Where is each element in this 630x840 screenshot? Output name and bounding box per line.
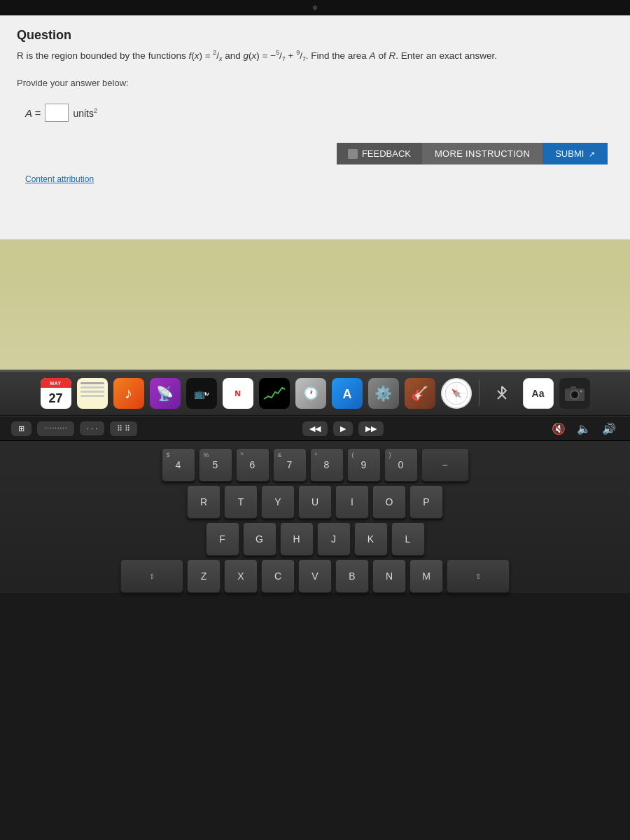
touchbar-forward-btn[interactable]: ▶▶ <box>358 421 384 436</box>
answer-row: A = units2 <box>25 104 613 122</box>
key-shift-right[interactable]: ⇧ <box>447 559 510 593</box>
svg-rect-10 <box>570 386 576 389</box>
camera-icon <box>559 378 590 409</box>
keyboard: $ 4 % 5 ^ 6 & 7 * 8 ( 9 ) 0 − <box>0 441 630 593</box>
key-y[interactable]: Y <box>261 485 295 519</box>
key-8[interactable]: * 8 <box>310 448 344 482</box>
dock-item-stocks[interactable] <box>258 377 291 410</box>
podcast-icon: 📡 <box>150 378 181 409</box>
touchbar-rewind-btn[interactable]: ◀◀ <box>302 421 328 436</box>
bluetooth-icon <box>486 378 517 409</box>
svg-text:A: A <box>342 387 351 401</box>
appstore-icon: A <box>332 378 363 409</box>
dock-item-podcasts[interactable]: 📡 <box>148 377 182 410</box>
key-4[interactable]: $ 4 <box>162 448 195 482</box>
keyboard-row-numbers: $ 4 % 5 ^ 6 & 7 * 8 ( 9 ) 0 − <box>10 448 620 482</box>
key-v[interactable]: V <box>298 559 332 593</box>
key-h[interactable]: H <box>280 522 314 556</box>
dock-item-notes[interactable] <box>76 377 109 410</box>
dock-item-dictionary[interactable]: Aa <box>522 377 555 410</box>
key-n[interactable]: N <box>372 559 406 593</box>
dock-bar: MAY 27 ♪ 📡 📺tv N <box>0 371 630 416</box>
answer-label: A = <box>25 107 41 119</box>
feedback-label: FEEDBACK <box>362 148 411 159</box>
key-p[interactable]: P <box>410 485 443 519</box>
feedback-icon <box>348 149 358 159</box>
news-icon: N <box>223 378 253 409</box>
touchbar-dots-btn[interactable]: · · · <box>80 421 104 435</box>
dock-item-calendar[interactable]: MAY 27 <box>39 377 73 410</box>
svg-point-9 <box>572 392 578 398</box>
key-m[interactable]: M <box>410 559 443 593</box>
question-title: Question <box>17 28 613 43</box>
dock-item-timemachine[interactable]: 🕐 <box>294 377 328 410</box>
stocks-icon <box>259 378 290 409</box>
dock-item-safari[interactable] <box>440 377 473 410</box>
calendar-day: 27 <box>41 388 71 409</box>
more-instruction-button[interactable]: MORE INSTRUCTION <box>422 143 542 164</box>
safari-icon <box>441 378 472 409</box>
appletv-icon: 📺tv <box>186 378 217 409</box>
calendar-month: MAY <box>41 378 71 388</box>
grid2-icon: ⠿ ⠿ <box>117 424 130 433</box>
touchbar-apps-btn[interactable]: ⋯⋯⋯ <box>37 421 74 436</box>
calendar-icon: MAY 27 <box>41 378 71 409</box>
webcam <box>313 6 317 10</box>
key-l[interactable]: L <box>391 522 425 556</box>
volume-mute-icon[interactable]: 🔇 <box>549 421 568 437</box>
dock-item-appstore[interactable]: A <box>330 377 364 410</box>
svg-point-11 <box>580 391 582 393</box>
key-g[interactable]: G <box>243 522 276 556</box>
touchbar-grid-btn[interactable]: ⊞ <box>11 421 31 436</box>
keyboard-row-qwerty: R T Y U I O P <box>10 485 620 519</box>
touchbar-play-btn[interactable]: ▶ <box>333 421 353 436</box>
touchbar-grid2-btn[interactable]: ⠿ ⠿ <box>110 421 137 436</box>
action-bar: FEEDBACK MORE INSTRUCTION SUBMI <box>17 143 613 164</box>
dock-item-sysprefs[interactable]: ⚙️ <box>367 377 400 410</box>
key-shift-left[interactable]: ⇧ <box>120 559 183 593</box>
music-icon: ♪ <box>113 378 144 409</box>
key-j[interactable]: J <box>317 522 351 556</box>
webcam-area <box>0 0 630 15</box>
key-f[interactable]: F <box>206 522 239 556</box>
key-b[interactable]: B <box>335 559 369 593</box>
dots-icon: · · · <box>87 424 97 433</box>
key-k[interactable]: K <box>354 522 388 556</box>
play-icon: ▶ <box>340 424 346 433</box>
dock-separator <box>479 380 479 407</box>
dock-item-camera[interactable] <box>558 377 592 410</box>
key-x[interactable]: X <box>224 559 258 593</box>
key-minus[interactable]: − <box>421 448 469 482</box>
submit-label: SUBMI <box>555 148 584 159</box>
key-9[interactable]: ( 9 <box>347 448 381 482</box>
units-label: units2 <box>73 107 97 119</box>
key-7[interactable]: & 7 <box>273 448 307 482</box>
key-6[interactable]: ^ 6 <box>236 448 270 482</box>
submit-button[interactable]: SUBMI <box>542 143 608 164</box>
key-c[interactable]: C <box>261 559 295 593</box>
key-o[interactable]: O <box>372 485 406 519</box>
apps-icon: ⋯⋯⋯ <box>44 424 67 433</box>
garageband-icon: 🎸 <box>405 378 435 409</box>
content-attribution-link[interactable]: Content attribution <box>25 174 613 184</box>
volume-high-icon[interactable]: 🔊 <box>599 421 619 437</box>
key-0[interactable]: ) 0 <box>384 448 418 482</box>
more-instruction-label: MORE INSTRUCTION <box>435 148 530 159</box>
screen-content: Question R is the region bounded by the … <box>0 15 630 239</box>
key-i[interactable]: I <box>335 485 369 519</box>
dock-item-music[interactable]: ♪ <box>112 377 146 410</box>
dock-item-bluetooth[interactable] <box>485 377 519 410</box>
feedback-button[interactable]: FEEDBACK <box>337 143 422 164</box>
key-r[interactable]: R <box>187 485 220 519</box>
dock-item-appletv[interactable]: 📺tv <box>185 377 218 410</box>
volume-low-icon[interactable]: 🔈 <box>574 421 594 437</box>
timemachine-icon: 🕐 <box>295 378 326 409</box>
answer-input[interactable] <box>45 104 69 122</box>
key-z[interactable]: Z <box>187 559 220 593</box>
laptop-screen: Question R is the region bounded by the … <box>0 0 630 371</box>
key-u[interactable]: U <box>298 485 332 519</box>
dock-item-news[interactable]: N <box>221 377 255 410</box>
key-t[interactable]: T <box>224 485 258 519</box>
key-5[interactable]: % 5 <box>199 448 232 482</box>
dock-item-garageband[interactable]: 🎸 <box>403 377 437 410</box>
